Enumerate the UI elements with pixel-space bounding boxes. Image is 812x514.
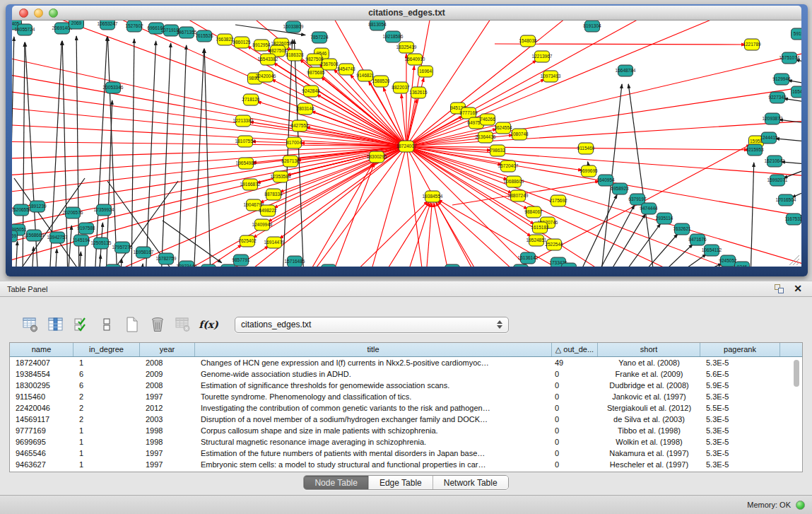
graph-edge[interactable] — [141, 264, 143, 267]
graph-node[interactable]: 1548038 — [519, 35, 537, 47]
graph-node[interactable]: 18921 — [562, 263, 577, 267]
graph-node[interactable]: 17016504 — [776, 194, 796, 206]
graph-node[interactable]: 1891239 — [28, 201, 47, 212]
new-column-icon[interactable] — [123, 315, 141, 334]
graph-node[interactable]: 2175692 — [549, 195, 567, 206]
graph-node[interactable]: 19218586 — [383, 31, 404, 42]
graph-node[interactable]: 15716485 — [285, 256, 305, 267]
graph-node[interactable]: 16033809 — [283, 21, 304, 33]
table-row[interactable]: 1872400712008Changes of HCN gene express… — [10, 357, 802, 368]
graph-node[interactable]: 15992071 — [767, 175, 788, 186]
graph-node[interactable]: 19654985 — [236, 158, 257, 169]
graph-node[interactable]: 1167533 — [785, 214, 801, 225]
graph-node[interactable]: 16782759 — [156, 253, 177, 264]
graph-node[interactable]: 9474444 — [640, 203, 658, 214]
graph-node[interactable]: 12213967 — [532, 51, 553, 62]
graph-node[interactable]: 6958923 — [611, 183, 629, 194]
table-row[interactable]: 2242004622012Investigating the contribut… — [10, 402, 802, 414]
graph-node[interactable]: 16958167 — [134, 247, 154, 258]
graph-edge[interactable] — [594, 205, 635, 267]
graph-node[interactable]: 14671355 — [177, 27, 197, 38]
graph-node[interactable]: 12571 — [106, 264, 121, 267]
network-graph[interactable]: 1405140557242069140620691065324715276026… — [12, 21, 801, 267]
graph-node[interactable]: 19384554 — [423, 191, 443, 202]
graph-node[interactable]: 1615182 — [531, 222, 549, 233]
graph-node[interactable]: 2069 — [69, 21, 84, 29]
graph-node[interactable]: 7663822 — [216, 34, 234, 45]
graph-edge[interactable] — [68, 226, 71, 267]
graph-edge[interactable] — [406, 66, 414, 146]
graph-node[interactable]: 15901 — [514, 264, 529, 267]
graph-node[interactable]: 10688609 — [504, 176, 524, 187]
graph-node[interactable]: 20206576 — [63, 207, 83, 218]
graph-node[interactable]: 19524851 — [526, 235, 547, 246]
graph-node[interactable]: 12923446 — [177, 261, 197, 267]
graph-node[interactable]: 8912954 — [252, 40, 271, 51]
graph-edge[interactable] — [636, 234, 678, 267]
graph-edge[interactable] — [668, 254, 707, 267]
graph-node[interactable]: 11568669 — [24, 230, 45, 241]
graph-node[interactable]: 16648784 — [616, 65, 636, 76]
column-header-pagerank[interactable]: pagerank — [700, 343, 780, 356]
graph-node[interactable]: 8427552 — [290, 120, 309, 132]
graph-node[interactable]: 18300295 — [367, 151, 387, 163]
graph-node[interactable]: 18325419 — [396, 42, 417, 53]
graph-edge[interactable] — [438, 199, 585, 267]
graph-node[interactable]: 2935114 — [656, 213, 673, 224]
graph-edge[interactable] — [775, 139, 801, 141]
select-rows-icon[interactable] — [72, 315, 90, 334]
graph-node[interactable]: 16640910 — [405, 54, 425, 65]
graph-node[interactable]: 1527602 — [125, 21, 143, 32]
column-header-title[interactable]: title — [195, 343, 552, 356]
table-row[interactable]: 946554611997Estimation of the future num… — [10, 448, 802, 459]
graph-node[interactable]: 7625402 — [238, 235, 257, 247]
graph-node[interactable]: 8267130 — [281, 156, 300, 167]
graph-node[interactable]: 14055724 — [15, 24, 35, 35]
graph-node[interactable]: 5919 — [792, 28, 802, 40]
graph-node[interactable]: 17359924 — [94, 204, 114, 216]
graph-node[interactable]: 9860125 — [233, 37, 251, 48]
graph-edge[interactable] — [32, 247, 34, 267]
graph-node[interactable]: 798632 — [490, 145, 505, 156]
graph-node[interactable]: 9861 — [201, 264, 216, 267]
graph-edge[interactable] — [12, 146, 406, 267]
graph-edge[interactable] — [406, 21, 728, 146]
graph-node[interactable]: 15751074 — [779, 52, 800, 64]
graph-node[interactable]: 1588520 — [372, 76, 390, 87]
graph-node[interactable]: 10654112 — [702, 245, 722, 256]
column-header-name[interactable]: name — [10, 343, 73, 356]
graph-node[interactable]: 817004 — [286, 137, 302, 148]
graph-node[interactable]: 16964 — [418, 66, 433, 77]
graph-node[interactable]: 1221789 — [743, 39, 761, 50]
graph-edge[interactable] — [437, 201, 529, 267]
graph-node[interactable]: 1080748 — [510, 129, 529, 140]
graph-node[interactable]: 17957275 — [112, 242, 133, 253]
graph-edge[interactable] — [16, 241, 18, 267]
graph-node[interactable]: 9242848 — [302, 86, 320, 97]
graph-node[interactable]: 39159 — [12, 230, 18, 242]
function-builder-icon[interactable]: f(x) — [199, 315, 218, 334]
graph-node[interactable]: 21364436 — [476, 132, 496, 143]
graph-node[interactable]: 8822037 — [392, 82, 410, 93]
graph-node[interactable]: 2803144 — [296, 103, 314, 115]
graph-node[interactable]: 3624554 — [494, 122, 512, 134]
graph-node[interactable]: 9197588 — [77, 223, 95, 234]
column-header-short[interactable]: short — [598, 343, 700, 356]
graph-edge[interactable] — [161, 43, 171, 267]
graph-edge[interactable] — [131, 39, 134, 267]
graph-edge[interactable] — [784, 98, 801, 102]
graph-edge[interactable] — [249, 122, 406, 146]
graph-edge[interactable] — [329, 163, 375, 267]
table-vertical-scrollbar[interactable] — [792, 358, 801, 470]
graph-node[interactable]: 7632621 — [673, 223, 691, 235]
graph-edge[interactable] — [12, 141, 406, 146]
graph-node[interactable]: 16210643 — [765, 156, 785, 167]
graph-node[interactable]: 12353584 — [271, 171, 291, 182]
graph-node[interactable]: 10472 — [221, 264, 236, 267]
graph-node[interactable]: 7857224 — [310, 32, 329, 43]
graph-node[interactable]: 8813054 — [368, 21, 387, 30]
graph-node[interactable]: 2367608 — [320, 59, 339, 70]
graph-node[interactable]: 8191304 — [583, 21, 601, 32]
table-row[interactable]: 946362711997Embryonic stem cells: a mode… — [10, 459, 802, 470]
graph-node[interactable]: 1145194 — [73, 235, 90, 246]
